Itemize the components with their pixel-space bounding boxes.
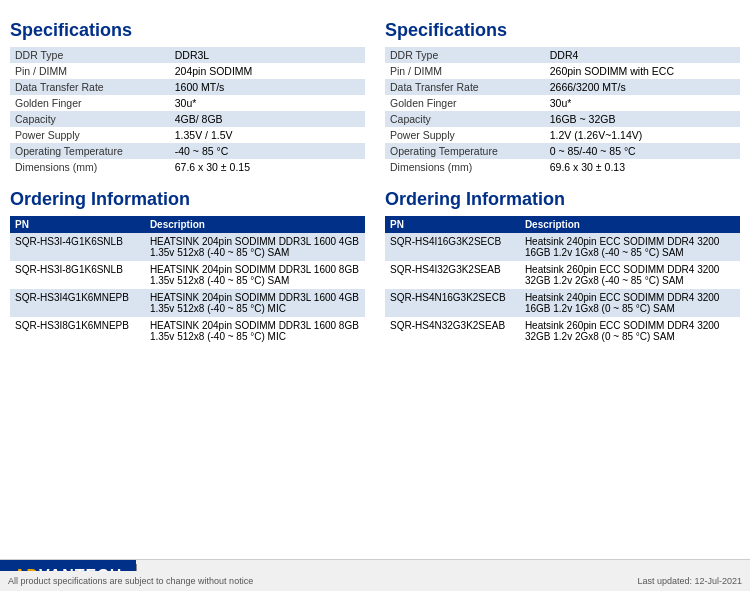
footer-last-updated: Last updated: 12-Jul-2021 bbox=[637, 576, 742, 586]
table-row: SQR-HS3I-4G1K6SNLBHEATSINK 204pin SODIMM… bbox=[10, 233, 365, 261]
table-row: Operating Temperature-40 ~ 85 °C bbox=[10, 143, 365, 159]
right-specs-title: Specifications bbox=[385, 20, 740, 41]
table-row: Pin / DIMM204pin SODIMM bbox=[10, 63, 365, 79]
left-spec-table: DDR TypeDDR3LPin / DIMM204pin SODIMMData… bbox=[10, 47, 365, 175]
table-row: SQR-HS4I32G3K2SEABHeatsink 260pin ECC SO… bbox=[385, 261, 740, 289]
left-specs-title: Specifications bbox=[10, 20, 365, 41]
right-order-table: PNDescription SQR-HS4I16G3K2SECBHeatsink… bbox=[385, 216, 740, 345]
table-row: Golden Finger30u* bbox=[10, 95, 365, 111]
table-row: Power Supply1.2V (1.26V~1.14V) bbox=[385, 127, 740, 143]
table-row: DDR TypeDDR3L bbox=[10, 47, 365, 63]
table-row: SQR-HS4N32G3K2SEABHeatsink 260pin ECC SO… bbox=[385, 317, 740, 345]
table-row: Dimensions (mm)67.6 x 30 ± 0.15 bbox=[10, 159, 365, 175]
right-spec-table: DDR TypeDDR4Pin / DIMM260pin SODIMM with… bbox=[385, 47, 740, 175]
right-ordering-title: Ordering Information bbox=[385, 189, 740, 210]
table-row: Golden Finger30u* bbox=[385, 95, 740, 111]
table-row: Capacity16GB ~ 32GB bbox=[385, 111, 740, 127]
table-row: Dimensions (mm)69.6 x 30 ± 0.13 bbox=[385, 159, 740, 175]
table-row: SQR-HS4I16G3K2SECBHeatsink 240pin ECC SO… bbox=[385, 233, 740, 261]
left-order-table: PNDescription SQR-HS3I-4G1K6SNLBHEATSINK… bbox=[10, 216, 365, 345]
table-row: SQR-HS3I8G1K6MNEPBHEATSINK 204pin SODIMM… bbox=[10, 317, 365, 345]
table-row: DDR TypeDDR4 bbox=[385, 47, 740, 63]
table-row: SQR-HS3I4G1K6MNEPBHEATSINK 204pin SODIMM… bbox=[10, 289, 365, 317]
table-row: Data Transfer Rate1600 MT/s bbox=[10, 79, 365, 95]
table-row: SQR-HS4N16G3K2SECBHeatsink 240pin ECC SO… bbox=[385, 289, 740, 317]
table-row: Pin / DIMM260pin SODIMM with ECC bbox=[385, 63, 740, 79]
footer-disclaimer: All product specifications are subject t… bbox=[8, 576, 253, 586]
table-row: Power Supply1.35V / 1.5V bbox=[10, 127, 365, 143]
table-row: Operating Temperature0 ~ 85/-40 ~ 85 °C bbox=[385, 143, 740, 159]
left-ordering-title: Ordering Information bbox=[10, 189, 365, 210]
table-row: SQR-HS3I-8G1K6SNLBHEATSINK 204pin SODIMM… bbox=[10, 261, 365, 289]
footer-bottom-bar: All product specifications are subject t… bbox=[0, 571, 750, 591]
table-row: Data Transfer Rate2666/3200 MT/s bbox=[385, 79, 740, 95]
footer: ADVANTECH Industrial Memory Modules All … bbox=[0, 559, 750, 591]
table-row: Capacity4GB/ 8GB bbox=[10, 111, 365, 127]
